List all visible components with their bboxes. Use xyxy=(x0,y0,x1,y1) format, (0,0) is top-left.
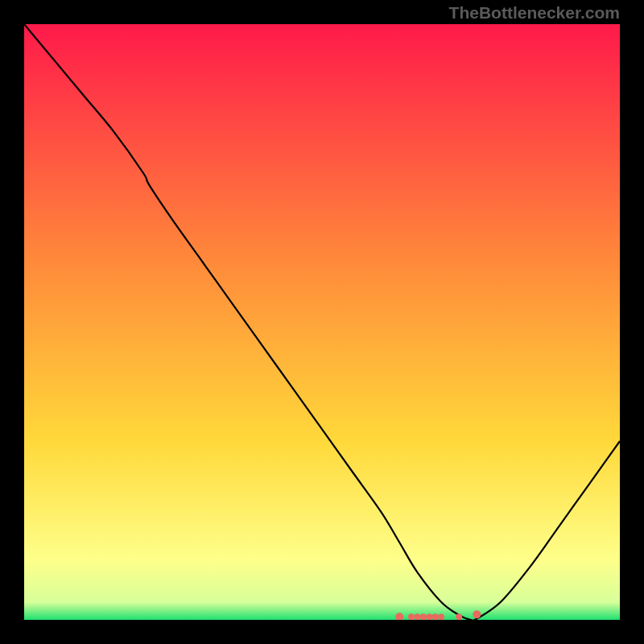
marker-point xyxy=(438,613,444,620)
chart-svg xyxy=(24,24,620,620)
marker-point xyxy=(456,613,462,620)
watermark-text: TheBottlenecker.com xyxy=(449,3,620,23)
marker-point xyxy=(432,613,439,620)
marker-point xyxy=(414,613,420,620)
marker-point xyxy=(426,613,432,620)
marker-point xyxy=(420,613,427,620)
chart-plot-area xyxy=(24,24,620,620)
marker-point xyxy=(473,610,481,618)
marker-point xyxy=(408,613,415,620)
chart-background xyxy=(24,24,620,620)
